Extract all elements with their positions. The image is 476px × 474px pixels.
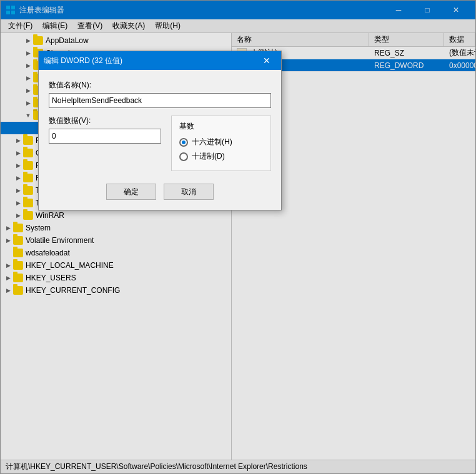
data-input[interactable] <box>49 129 161 144</box>
dialog-dword: 编辑 DWORD (32 位值) ✕ 数值名称(N): 数值数据(V): 基数 <box>38 51 282 210</box>
cancel-button[interactable]: 取消 <box>164 184 214 200</box>
data-label: 数值数据(V): <box>49 116 161 126</box>
name-input[interactable] <box>49 93 271 108</box>
dialog-close-button[interactable]: ✕ <box>257 51 276 70</box>
radio-dec-option[interactable]: 十进制(D) <box>179 151 263 162</box>
radio-hex-label: 十六进制(H) <box>192 137 232 147</box>
dialog-left: 数值数据(V): <box>49 116 161 144</box>
dialog-row: 数值数据(V): 基数 十六进制(H) 十进制(D) <box>49 116 271 171</box>
base-label: 基数 <box>179 121 263 132</box>
base-group: 基数 十六进制(H) 十进制(D) <box>171 116 271 171</box>
dialog-title-text: 编辑 DWORD (32 位值) <box>44 56 257 66</box>
radio-hex-circle <box>179 138 188 147</box>
name-label: 数值名称(N): <box>49 80 271 91</box>
dialog-overlay: 编辑 DWORD (32 位值) ✕ 数值名称(N): 数值数据(V): 基数 <box>1 1 475 473</box>
radio-hex-option[interactable]: 十六进制(H) <box>179 137 263 147</box>
radio-dec-label: 十进制(D) <box>192 151 225 162</box>
dialog-footer: 确定 取消 <box>39 179 281 210</box>
confirm-button[interactable]: 确定 <box>106 184 156 200</box>
radio-dec-circle <box>179 152 188 161</box>
main-window: 注册表编辑器 ─ □ ✕ 文件(F) 编辑(E) 查看(V) 收藏夹(A) 帮助… <box>0 0 476 474</box>
dialog-title-bar: 编辑 DWORD (32 位值) ✕ <box>39 51 281 70</box>
dialog-body: 数值名称(N): 数值数据(V): 基数 十六进制(H) <box>39 70 281 179</box>
